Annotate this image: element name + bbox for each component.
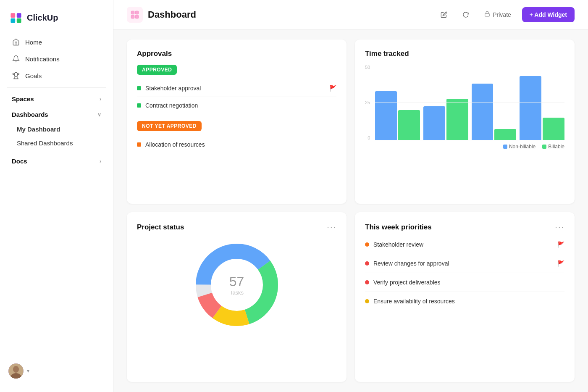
my-dashboard-label: My Dashboard xyxy=(17,126,60,133)
svg-rect-8 xyxy=(131,11,134,14)
svg-rect-1 xyxy=(10,13,15,18)
priority-dot-0 xyxy=(365,242,369,247)
bar-group-2 xyxy=(423,99,468,140)
svg-rect-4 xyxy=(17,18,21,23)
add-widget-label: + Add Widget xyxy=(530,11,567,18)
goals-label: Goals xyxy=(25,72,42,79)
priority-dot-1 xyxy=(365,261,369,266)
donut-chart: 57 Tasks xyxy=(191,239,283,331)
edit-button[interactable] xyxy=(436,9,452,21)
priority-text-1: Review changes for approval xyxy=(373,260,553,267)
legend-dot-blue xyxy=(503,145,507,149)
svg-rect-0 xyxy=(8,10,24,25)
donut-number: 57 xyxy=(229,274,244,289)
bell-icon xyxy=(12,55,20,63)
dashboards-label: Dashboards xyxy=(12,111,48,118)
approval-item-contract[interactable]: Contract negotiation xyxy=(137,97,336,114)
user-avatar[interactable] xyxy=(8,363,24,379)
bar-green-1 xyxy=(398,110,420,140)
time-tracked-widget: Time tracked 50 25 0 xyxy=(355,39,575,204)
trophy-icon xyxy=(12,71,20,80)
priority-item-3[interactable]: Ensure availability of resources xyxy=(365,292,564,310)
approval-dot-green-2 xyxy=(137,103,141,108)
sidebar-item-shared-dashboards[interactable]: Shared Dashboards xyxy=(3,136,110,150)
bar-green-2 xyxy=(446,99,468,140)
priority-text-2: Verify project deliverables xyxy=(373,279,564,286)
privacy-button[interactable]: Private xyxy=(480,8,515,21)
priority-dot-3 xyxy=(365,299,369,303)
project-status-more[interactable]: ··· xyxy=(327,222,336,232)
header: Dashboard xyxy=(113,0,588,29)
logo-text: ClickUp xyxy=(27,13,58,23)
bars-row xyxy=(375,65,564,140)
priorities-widget: This week priorities ··· Stakeholder rev… xyxy=(355,212,575,382)
sidebar: ClickUp Home Notifications Goals xyxy=(0,0,113,392)
refresh-button[interactable] xyxy=(458,9,473,21)
sidebar-item-goals[interactable]: Goals xyxy=(3,67,110,84)
lock-icon xyxy=(484,11,490,18)
bar-group-4 xyxy=(520,76,564,140)
flag-icon-stakeholder: 🚩 xyxy=(329,85,336,92)
approved-badge: APPROVED xyxy=(137,65,177,75)
y-label-50: 50 xyxy=(365,65,370,70)
y-label-0: 0 xyxy=(365,135,370,140)
docs-chevron: › xyxy=(100,158,101,164)
approval-dot-orange xyxy=(137,142,141,147)
sidebar-item-my-dashboard[interactable]: My Dashboard xyxy=(3,122,110,136)
svg-rect-2 xyxy=(17,13,21,18)
sidebar-bottom: ▾ xyxy=(0,357,113,385)
approval-item-allocation[interactable]: Allocation of resources xyxy=(137,136,336,153)
priority-flag-1: 🚩 xyxy=(557,260,564,267)
sidebar-section-docs[interactable]: Docs › xyxy=(3,153,110,169)
add-widget-button[interactable]: + Add Widget xyxy=(522,7,575,22)
bar-green-3 xyxy=(494,129,516,140)
approval-text-allocation: Allocation of resources xyxy=(145,141,336,148)
bar-blue-3 xyxy=(472,84,494,140)
sidebar-item-home[interactable]: Home xyxy=(3,34,110,50)
svg-point-6 xyxy=(13,366,19,373)
priorities-more[interactable]: ··· xyxy=(555,222,564,232)
docs-label: Docs xyxy=(12,158,27,165)
priority-item-0[interactable]: Stakeholder review 🚩 xyxy=(365,235,564,254)
spaces-chevron: › xyxy=(100,96,101,102)
home-icon xyxy=(12,38,20,46)
svg-rect-10 xyxy=(131,15,134,18)
priority-dot-2 xyxy=(365,280,369,284)
dashboard-header-icon xyxy=(127,7,143,23)
priorities-title: This week priorities xyxy=(365,223,432,232)
shared-dashboards-label: Shared Dashboards xyxy=(17,139,73,147)
time-tracked-title: Time tracked xyxy=(365,50,564,58)
bar-blue-4 xyxy=(520,76,541,140)
header-title: Dashboard xyxy=(148,9,196,20)
notifications-label: Notifications xyxy=(25,55,60,63)
project-status-title: Project status xyxy=(137,223,184,232)
svg-rect-11 xyxy=(135,15,139,18)
chart-legend: Non-billable Billable xyxy=(365,144,564,150)
legend-dot-green xyxy=(542,145,546,149)
legend-billable: Billable xyxy=(542,144,564,150)
priority-item-2[interactable]: Verify project deliverables xyxy=(365,273,564,292)
bar-group-1 xyxy=(375,91,420,140)
legend-non-billable: Non-billable xyxy=(503,144,536,150)
approval-item-stakeholder[interactable]: Stakeholder approval 🚩 xyxy=(137,80,336,97)
user-dropdown-icon[interactable]: ▾ xyxy=(27,368,29,374)
priority-text-3: Ensure availability of resources xyxy=(373,298,564,305)
spaces-label: Spaces xyxy=(12,95,34,103)
sidebar-section-spaces[interactable]: Spaces › xyxy=(3,91,110,107)
sidebar-item-notifications[interactable]: Notifications xyxy=(3,50,110,67)
header-actions: Private + Add Widget xyxy=(436,7,575,22)
sidebar-section-dashboards[interactable]: Dashboards ∨ xyxy=(3,107,110,122)
project-status-widget: Project status ··· xyxy=(127,212,346,382)
dashboards-chevron: ∨ xyxy=(97,112,101,118)
privacy-label: Private xyxy=(493,11,511,18)
clickup-logo-icon xyxy=(8,10,24,25)
y-label-25: 25 xyxy=(365,100,370,105)
priority-item-1[interactable]: Review changes for approval 🚩 xyxy=(365,254,564,273)
approval-text-stakeholder: Stakeholder approval xyxy=(145,85,325,92)
priority-flag-0: 🚩 xyxy=(557,241,564,248)
chart-wrapper: 50 25 0 xyxy=(365,65,564,140)
home-label: Home xyxy=(25,39,42,46)
svg-rect-3 xyxy=(10,18,15,23)
approvals-widget: Approvals APPROVED Stakeholder approval … xyxy=(127,39,346,204)
bar-blue-1 xyxy=(375,91,397,140)
